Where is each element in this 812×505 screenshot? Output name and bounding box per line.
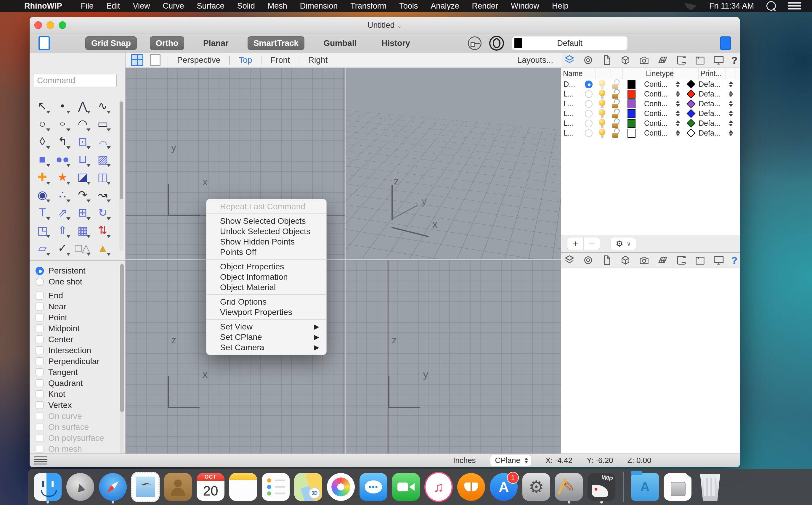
layer-color-swatch[interactable] xyxy=(628,109,636,118)
column-print[interactable]: Print... xyxy=(699,68,726,79)
rhino-tray-icon[interactable] xyxy=(684,1,697,10)
help-icon[interactable]: ? xyxy=(731,54,738,66)
properties-icon[interactable] xyxy=(582,54,594,66)
rendering-icon[interactable] xyxy=(694,54,706,66)
text-tool-icon[interactable]: T xyxy=(32,204,52,221)
zoom-extents-tool-icon[interactable]: ⊕ xyxy=(32,257,52,259)
dock-safari[interactable] xyxy=(99,470,127,504)
tab-front[interactable]: Front xyxy=(269,55,291,65)
menu-item-object-properties[interactable]: Object Properties xyxy=(207,262,326,272)
menu-item-points-off[interactable]: Points Off xyxy=(207,247,326,257)
layer-color-swatch[interactable] xyxy=(628,80,636,89)
dock-maps[interactable]: 3D xyxy=(294,470,322,504)
surface-patch-tool-icon[interactable]: ▨ xyxy=(93,150,113,168)
column-name[interactable]: Name xyxy=(561,68,582,79)
add-layer-button[interactable]: + xyxy=(567,237,583,250)
mirror-tool-icon[interactable]: ⇅ xyxy=(93,221,113,239)
osnap-checkbox-tangent[interactable]: Tangent xyxy=(35,367,118,378)
toggle-planar[interactable]: Planar xyxy=(197,36,235,50)
fillet-corner-tool-icon[interactable]: ↰ xyxy=(53,133,72,150)
osnap-checkbox-vertex[interactable]: Vertex xyxy=(35,399,118,410)
spotlight-icon[interactable] xyxy=(767,1,776,11)
polygon-tool-icon[interactable]: ◊ xyxy=(32,133,52,150)
osnap-checkbox-end[interactable]: End xyxy=(35,290,118,301)
print-color-diamond-icon[interactable] xyxy=(686,119,695,128)
lock-icon[interactable] xyxy=(612,90,620,99)
dock-contacts[interactable] xyxy=(164,470,192,504)
notification-center-icon[interactable] xyxy=(788,2,801,9)
column-spacer[interactable] xyxy=(595,68,609,79)
menu-item-object-information[interactable]: Object Information xyxy=(207,272,326,282)
lock-icon[interactable] xyxy=(612,109,620,118)
dock-messages[interactable]: ••• xyxy=(359,470,388,504)
status-menu-icon[interactable] xyxy=(34,457,47,465)
lock-icon[interactable] xyxy=(612,119,620,128)
visibility-bulb-icon[interactable] xyxy=(599,129,606,138)
extrude-tool-icon[interactable]: ⇑ xyxy=(53,221,72,239)
current-layer-radio[interactable] xyxy=(585,129,592,137)
lock-icon[interactable] xyxy=(612,80,620,89)
dock-photos[interactable] xyxy=(326,470,355,504)
linetype-stepper-icon[interactable] xyxy=(673,111,683,117)
viewport-perspective[interactable]: z y x xyxy=(346,68,561,259)
print-stepper-icon[interactable] xyxy=(726,81,736,87)
osnap-checkbox-center[interactable]: Center xyxy=(35,334,118,345)
layer-row[interactable]: D...Conti...Defa... xyxy=(561,79,740,89)
display-icon[interactable] xyxy=(713,54,725,66)
print-color-diamond-icon[interactable] xyxy=(686,100,695,108)
lasso-select-tool-icon[interactable]: ◌ xyxy=(53,257,72,259)
menu-tools[interactable]: Tools xyxy=(399,1,418,11)
osnap-checkbox-knot[interactable]: Knot xyxy=(35,389,118,399)
print-color-diamond-icon[interactable] xyxy=(686,129,695,138)
menu-analyze[interactable]: Analyze xyxy=(431,1,459,11)
column-linetype[interactable]: Linetype xyxy=(644,68,673,79)
menu-item-set-camera[interactable]: Set Camera▶ xyxy=(207,342,326,353)
dock-finder[interactable] xyxy=(33,470,62,504)
scale-tool-icon[interactable]: ⇗ xyxy=(53,204,72,221)
current-layer-radio[interactable] xyxy=(585,110,592,118)
ellipse-tool-icon[interactable]: ○ xyxy=(53,115,72,133)
visibility-bulb-icon[interactable] xyxy=(599,80,606,89)
curved-surface-tool-icon[interactable]: ⌓ xyxy=(93,133,113,150)
layer-row[interactable]: L...Conti...Defa... xyxy=(561,119,740,128)
viewport-v-divider[interactable] xyxy=(345,68,346,454)
arc-tool-icon[interactable]: ◠ xyxy=(73,115,92,133)
title-chevron-icon[interactable]: ⌄ xyxy=(397,22,402,29)
layer-row[interactable]: L...Conti...Defa... xyxy=(561,128,740,138)
sphere-tool-icon[interactable]: ●● xyxy=(53,150,72,168)
help-icon[interactable]: ? xyxy=(731,255,738,266)
layer-row[interactable]: L...Conti...Defa... xyxy=(561,109,740,119)
menu-mesh[interactable]: Mesh xyxy=(268,1,287,11)
dock-rhinowip[interactable]: WIP xyxy=(587,470,616,504)
record-history-icon[interactable] xyxy=(489,36,504,51)
circle-select-tool-icon[interactable]: ◎ xyxy=(73,257,92,259)
dock-appstore[interactable]: A1 xyxy=(490,470,518,504)
rendering-icon[interactable] xyxy=(694,254,706,266)
linetype-stepper-icon[interactable] xyxy=(673,101,683,107)
title-bar[interactable]: Untitled ⌄ xyxy=(30,17,740,33)
box-icon[interactable] xyxy=(620,254,631,266)
layer-color-swatch[interactable] xyxy=(628,129,636,138)
materials-icon[interactable] xyxy=(657,254,669,266)
column-spacer[interactable] xyxy=(683,68,699,79)
tab-perspective[interactable]: Perspective xyxy=(175,55,222,65)
visibility-bulb-icon[interactable] xyxy=(599,119,606,128)
pointer-tool-icon[interactable]: ↖ xyxy=(32,97,52,115)
osnap-checkbox-near[interactable]: Near xyxy=(35,301,118,312)
viewport-right[interactable]: z y xyxy=(346,260,561,454)
dock-notes[interactable] xyxy=(229,470,257,504)
materials-icon[interactable] xyxy=(657,54,669,66)
surface-points-tool-icon[interactable]: ⊡ xyxy=(73,133,92,150)
notes-icon[interactable] xyxy=(675,254,687,266)
toggle-history[interactable]: History xyxy=(376,36,416,50)
dome-tool-icon[interactable]: ∩ xyxy=(93,257,113,259)
tab-top[interactable]: Top xyxy=(237,55,254,65)
pyramid-hand-tool-icon[interactable]: ▲ xyxy=(93,239,113,257)
check-tool-icon[interactable]: ✓ xyxy=(53,239,72,257)
linetype-stepper-icon[interactable] xyxy=(673,91,683,97)
menu-file[interactable]: File xyxy=(81,1,94,11)
menu-render[interactable]: Render xyxy=(472,1,498,11)
dock-mail[interactable] xyxy=(131,470,160,504)
box-icon[interactable] xyxy=(620,54,631,66)
menu-dimension[interactable]: Dimension xyxy=(300,1,338,11)
